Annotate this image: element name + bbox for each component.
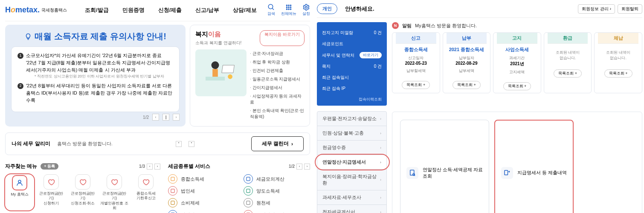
- pager-prev[interactable]: ‹: [152, 114, 159, 121]
- quick-icon: [138, 174, 154, 190]
- welfare-box: 복지이음 소득과 복지를 연결하다! 복지이음 바로가기 근로·자녀장려금 취업…: [190, 25, 310, 127]
- list-item[interactable]: 근로·자녀장려금: [250, 49, 305, 58]
- category-icon: [168, 210, 177, 213]
- menu-apply[interactable]: 신청/제출: [158, 6, 182, 14]
- search-icon[interactable]: 검색: [267, 3, 275, 17]
- list-item[interactable]: 사업장제공자 등의 과세자료: [250, 92, 305, 106]
- banner-title: 매월 소득자료 제출 유의사항 안내!: [11, 31, 180, 42]
- member-leave-button[interactable]: 회원탈퇴: [618, 4, 642, 14]
- pager-pause[interactable]: ‖: [162, 114, 169, 121]
- category-item[interactable]: 세금모의계산: [244, 174, 310, 184]
- welfare-link[interactable]: 복지이음 바로가기: [260, 30, 305, 46]
- menu-search-issue[interactable]: 조회/발급: [85, 6, 109, 14]
- logo[interactable]: Hometax. 국세청홈택스: [5, 6, 67, 14]
- menu-report-pay[interactable]: 신고/납부: [195, 6, 219, 14]
- card-list-button[interactable]: 목록조회 +: [402, 81, 430, 89]
- svg-point-2: [288, 5, 289, 6]
- card-list-button[interactable]: 목록조회 +: [453, 81, 481, 89]
- vertical-menu: 우편물·전자고지·송달장소›민원·상담·불복·고충›현금영수증›연말정산·지급명…: [317, 112, 387, 213]
- svg-rect-24: [246, 189, 249, 193]
- quick-prev[interactable]: ‹: [147, 164, 153, 170]
- svg-point-8: [288, 9, 289, 9]
- cat-next[interactable]: ›: [304, 164, 310, 170]
- quick-icon: [107, 174, 122, 190]
- greeting: 안녕하세요.: [345, 5, 374, 13]
- card-list-button[interactable]: 목록조회 +: [604, 69, 632, 78]
- card-head: 환급: [548, 33, 588, 44]
- access-history-link[interactable]: 접속이력조회: [359, 97, 382, 101]
- summary-card: 신고종합소득세신고일자2022-05-23납부할세액 목록조회 +: [392, 32, 440, 93]
- category-item[interactable]: 양도소득세: [244, 186, 310, 196]
- card-head: 고지: [497, 33, 537, 44]
- category-item[interactable]: 종합소득세: [168, 174, 235, 184]
- list-item[interactable]: 인건비 간편제출: [250, 66, 305, 75]
- svg-point-1: [286, 5, 287, 6]
- svg-point-11: [212, 61, 219, 69]
- card-list-button[interactable]: 목록조회 +: [503, 82, 531, 90]
- vmenu-item[interactable]: 전자세금계산서›: [317, 204, 387, 213]
- list-item[interactable]: 본인 소득내역 확인(근로·인적용역): [250, 106, 305, 121]
- allmenu-icon[interactable]: 전체메뉴: [281, 3, 296, 17]
- category-item[interactable]: 사업자등록: [168, 210, 235, 213]
- list-item[interactable]: 간이지급명세서: [250, 83, 305, 92]
- vmenu-item[interactable]: 민원·상담·불복·고충›: [317, 126, 387, 141]
- category-item[interactable]: 소비제세: [168, 198, 235, 207]
- category-icon: [244, 210, 253, 213]
- pager-count: 1/2: [143, 115, 149, 120]
- add-menu-button[interactable]: + 등록: [41, 163, 58, 170]
- notice-message: My홈택스 방문을 환영합니다.: [415, 23, 477, 29]
- menu-consult[interactable]: 상담/제보: [233, 6, 257, 14]
- quick-item[interactable]: 근로장려금(반기)개별인증번호 조회: [100, 174, 129, 210]
- banner-pager: 1/2 ‹ ‖ ›: [11, 114, 180, 121]
- quick-item[interactable]: My 홈택스: [5, 174, 34, 210]
- blue-row: 쪽지0 건: [322, 61, 382, 72]
- opt-payment-submit[interactable]: 지급명세서 등 제출내역: [494, 120, 574, 213]
- welfare-illustration: [195, 49, 247, 96]
- svg-rect-23: [171, 189, 174, 193]
- category-item[interactable]: 법인세: [168, 186, 235, 196]
- alarm-down[interactable]: ˅: [189, 141, 194, 147]
- opt-year-end-view[interactable]: 연말정산 소득·세액공제 자료 조회: [400, 120, 489, 213]
- alarm-up[interactable]: ˄: [176, 141, 182, 147]
- vmenu-item[interactable]: 현금영수증›: [317, 140, 387, 155]
- svg-rect-22: [246, 177, 249, 181]
- svg-rect-13: [206, 77, 225, 81]
- category-item[interactable]: 원천세: [244, 198, 310, 207]
- card-head: 신고: [396, 33, 436, 44]
- shortcut-button[interactable]: 바로가기: [360, 52, 382, 58]
- blue-row: 최근 접속 IP: [322, 83, 382, 94]
- list-item[interactable]: 취업 후 학자금 상환: [250, 58, 305, 66]
- category-icon: [168, 186, 177, 196]
- quick-item[interactable]: 근로장려금(반기)신청조회·취소: [68, 174, 97, 210]
- svg-point-4: [286, 7, 287, 8]
- category-icon: [244, 198, 253, 207]
- tab-personal[interactable]: 개인: [317, 3, 337, 14]
- vmenu-item[interactable]: 우편물·전자고지·송달장소›: [317, 111, 387, 126]
- summary-card: 체납조회된 내역이 없습니다.목록조회 +: [594, 32, 642, 93]
- quick-icon: [12, 175, 27, 190]
- vmenu-item[interactable]: 연말정산·지급명세서›: [317, 155, 387, 170]
- list-item[interactable]: 일용근로소득 지급명세서: [250, 75, 305, 83]
- vmenu-item[interactable]: 과세자료·세무조사›: [317, 190, 387, 205]
- tax-calendar-button[interactable]: 세무 캘린더 ›: [251, 136, 304, 151]
- quick-next[interactable]: ›: [154, 164, 160, 170]
- member-manage-button[interactable]: 회원정보 관리 ›: [578, 4, 615, 14]
- vmenu-item[interactable]: 복지이음·장려금·학자금상환›: [317, 169, 387, 190]
- pager-next[interactable]: ›: [173, 114, 180, 121]
- cat-prev[interactable]: ‹: [296, 164, 302, 170]
- main-banner: 매월 소득자료 제출 유의사항 안내! 1소규모사업자*의 가산세 유예기간이 …: [5, 25, 186, 127]
- category-icon: [168, 174, 177, 184]
- category-item[interactable]: 국세사실증명: [244, 210, 310, 213]
- doc-search-icon: [406, 167, 418, 179]
- svg-point-0: [268, 4, 273, 9]
- quick-head: 자주찾는 메뉴 + 등록 1/3‹›: [5, 163, 160, 170]
- blue-summary-box: 전자고지 미열람0 건세금포인트세무서 및 연락처바로가기쪽지0 건최근 접속일…: [317, 22, 387, 106]
- card-list-button[interactable]: 목록조회 +: [554, 69, 582, 78]
- svg-rect-21: [171, 177, 174, 181]
- quick-item[interactable]: 근로장려금(반기)신청하기: [37, 174, 66, 210]
- svg-rect-25: [171, 201, 174, 204]
- quick-item[interactable]: 종합소득세기한후신고: [131, 174, 160, 210]
- menu-civil[interactable]: 민원증명: [122, 6, 145, 14]
- blue-row: 최근 접속일시: [322, 72, 382, 83]
- settings-icon[interactable]: 설정: [302, 3, 310, 17]
